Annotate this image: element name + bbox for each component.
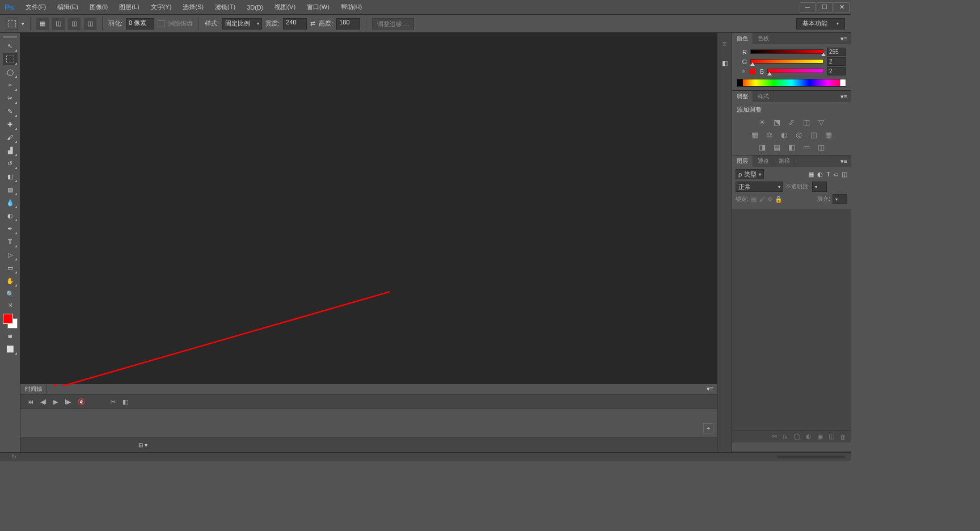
lock-position-icon[interactable]: ✥ [767,196,772,203]
screen-mode[interactable]: ⬜ [3,343,18,355]
timeline-cut[interactable]: ✂ [111,398,116,406]
menu-select[interactable]: 选择(S) [177,0,209,15]
dock-properties-icon[interactable]: ◧ [720,58,730,68]
adjust-threshold-icon[interactable]: ◧ [787,142,797,151]
toolbox-grip[interactable] [3,36,17,39]
color-spectrum[interactable] [737,79,846,87]
tab-color[interactable]: 颜色 [732,33,753,44]
adjust-vibrance-icon[interactable]: ▽ [816,117,826,127]
tab-swatches[interactable]: 色板 [753,33,774,44]
adjust-brightness-icon[interactable]: ☀ [757,117,767,127]
tool-move[interactable]: ↖ [3,40,18,52]
layer-filter-kind[interactable]: ρ类型▾ [736,169,764,179]
tool-shape[interactable]: ▭ [3,262,18,274]
tool-blur[interactable]: 💧 [3,196,18,209]
height-input[interactable]: 180 [336,18,360,30]
style-select[interactable]: 固定比例▾ [222,18,262,30]
timeline-next-frame[interactable]: I▶ [65,398,71,406]
adjust-lookup-icon[interactable]: ▦ [823,130,834,139]
adjust-invert-icon[interactable]: ◨ [757,142,767,151]
tool-path-select[interactable]: ▷ [3,248,18,261]
tool-gradient[interactable]: ▤ [3,183,18,196]
swap-wh-icon[interactable]: ⇄ [310,20,315,27]
tool-history-brush[interactable]: ↺ [3,157,18,170]
menu-edit[interactable]: 编辑(E) [52,0,84,15]
adjust-selective-color-icon[interactable]: ◫ [816,142,826,151]
menu-filter[interactable]: 滤镜(T) [209,0,241,15]
menu-3d[interactable]: 3D(D) [241,0,269,15]
width-input[interactable]: 240 [283,18,307,30]
dock-history-icon[interactable]: ≡ [720,39,730,49]
tab-styles[interactable]: 样式 [753,91,774,102]
timeline-zoom-menu[interactable]: ⊟ ▾ [138,442,147,448]
tool-type[interactable]: T [3,235,18,248]
tool-brush[interactable]: 🖌 [3,131,18,144]
tool-lasso[interactable]: ◯ [3,66,18,78]
timeline-first-frame[interactable]: ⏮ [27,398,33,405]
timeline-transition[interactable]: ◧ [122,398,128,406]
filter-smart-icon[interactable]: ◫ [842,171,847,178]
canvas[interactable] [20,33,717,384]
tab-channels[interactable]: 通道 [753,155,774,167]
tool-stamp[interactable]: ▟ [3,144,18,157]
g-value[interactable]: 2 [827,57,846,66]
adjust-channel-mixer-icon[interactable]: ◫ [809,130,819,139]
warning-icon[interactable]: ⚠ [741,69,746,74]
antialias-checkbox[interactable] [158,20,164,27]
color-panel-flyout[interactable]: ▾≡ [837,35,851,43]
window-close[interactable]: ✕ [834,2,850,12]
layers-panel-flyout[interactable]: ▾≡ [837,158,851,165]
adjust-gradient-map-icon[interactable]: ▭ [801,142,812,151]
r-value[interactable]: 255 [827,48,846,56]
tool-swap-colors[interactable]: ⤭ [3,301,18,309]
new-layer-icon[interactable]: ◫ [829,433,834,440]
window-maximize[interactable]: ☐ [817,2,833,12]
timeline-audio[interactable]: 🔇 [78,398,86,406]
timeline-tab[interactable]: 时间轴 [20,384,47,394]
foreground-color[interactable] [3,314,13,324]
g-slider[interactable] [750,59,823,65]
adjust-photo-filter-icon[interactable]: ◎ [794,130,804,139]
timeline-flyout[interactable]: ▾≡ [703,384,717,394]
adjust-bw-icon[interactable]: ◐ [779,130,789,139]
fill-select[interactable]: ▾ [833,194,847,204]
filter-adjust-icon[interactable]: ◐ [817,171,823,178]
tool-wand[interactable]: ✧ [3,79,18,91]
r-slider[interactable] [750,49,823,55]
menu-type[interactable]: 文字(Y) [145,0,178,15]
lock-all-icon[interactable]: 🔒 [775,196,783,203]
adjust-posterize-icon[interactable]: ▤ [772,142,782,151]
feather-input[interactable]: 0 像素 [126,18,154,30]
selection-intersect[interactable]: ◫ [84,18,96,30]
filter-shape-icon[interactable]: ▱ [834,171,838,178]
selection-subtract[interactable]: ◫ [68,18,81,30]
timeline-track-area[interactable]: + [20,409,717,437]
adjust-balance-icon[interactable]: ⚖ [764,130,775,139]
color-swatches[interactable] [2,313,19,330]
window-minimize[interactable]: ─ [800,2,816,12]
new-adjustment-icon[interactable]: ◐ [806,433,812,440]
adjust-curves-icon[interactable]: ⬀ [787,117,797,127]
menu-layer[interactable]: 图层(L) [113,0,145,15]
timeline-play[interactable]: ▶ [53,398,58,406]
tool-healing[interactable]: ✚ [3,118,18,130]
add-mask-icon[interactable]: ◯ [793,433,800,440]
new-group-icon[interactable]: ▣ [817,433,823,440]
status-sync-icon[interactable]: ↻ [11,453,16,461]
tool-dodge[interactable]: ◐ [3,209,18,222]
workspace-select[interactable]: 基本功能▾ [796,18,845,30]
adjust-exposure-icon[interactable]: ◫ [801,117,812,127]
adjust-levels-icon[interactable]: ⬔ [772,117,782,127]
adjust-panel-flyout[interactable]: ▾≡ [837,93,851,100]
layers-list[interactable] [732,209,851,430]
menu-help[interactable]: 帮助(H) [335,0,368,15]
tool-eyedropper[interactable]: ✎ [3,105,18,117]
lock-transparent-icon[interactable]: ▦ [751,196,757,203]
tool-preset[interactable] [6,18,18,30]
tab-paths[interactable]: 路径 [774,155,795,167]
tab-layers[interactable]: 图层 [732,155,753,167]
b-value[interactable]: 2 [827,67,846,75]
selection-add[interactable]: ◫ [52,18,65,30]
filter-type-icon[interactable]: T [826,171,830,178]
tool-marquee[interactable] [3,53,18,65]
